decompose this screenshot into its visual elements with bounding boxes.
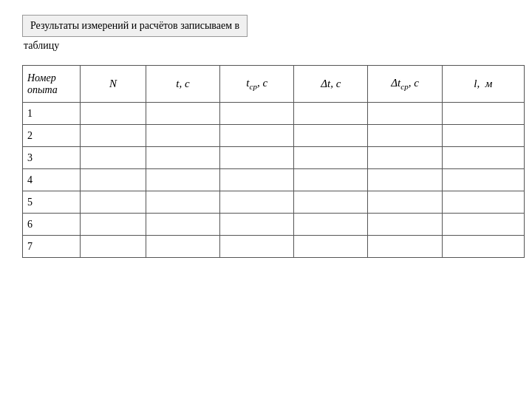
row-dtcp-4 xyxy=(368,169,442,191)
row-N-5 xyxy=(80,191,146,214)
row-t-2 xyxy=(146,125,219,147)
row-dt-3 xyxy=(294,147,368,169)
row-num-3: 3 xyxy=(23,147,81,169)
row-dtcp-1 xyxy=(368,103,442,125)
table-row: 7 xyxy=(23,236,525,258)
table-row: 4 xyxy=(23,169,525,191)
row-l-4 xyxy=(442,169,524,191)
row-l-1 xyxy=(442,103,524,125)
title-line1: Результаты измерений и расчётов записыва… xyxy=(22,15,248,37)
title-line2: таблицу xyxy=(22,40,510,52)
row-dtcp-2 xyxy=(368,125,442,147)
row-tcp-5 xyxy=(220,191,294,214)
row-dt-1 xyxy=(294,103,368,125)
table-header-row: Номер опыта N t, c tcp, c Δt, c Δtcp, c xyxy=(23,66,525,103)
row-dtcp-5 xyxy=(368,191,442,214)
row-l-5 xyxy=(442,191,524,214)
row-t-6 xyxy=(146,214,219,236)
header-col-t: t, c xyxy=(146,66,219,103)
header-col-tcp: tcp, c xyxy=(220,66,294,103)
row-N-4 xyxy=(80,169,146,191)
row-num-2: 2 xyxy=(23,125,81,147)
row-num-4: 4 xyxy=(23,169,81,191)
row-dt-5 xyxy=(294,191,368,214)
row-l-2 xyxy=(442,125,524,147)
row-l-6 xyxy=(442,214,524,236)
row-N-3 xyxy=(80,147,146,169)
row-tcp-3 xyxy=(220,147,294,169)
table-row: 5 xyxy=(23,191,525,214)
row-l-7 xyxy=(442,236,524,258)
row-tcp-2 xyxy=(220,125,294,147)
header-col-dt: Δt, c xyxy=(294,66,368,103)
row-t-3 xyxy=(146,147,219,169)
header-col-N: N xyxy=(80,66,146,103)
header-col-num: Номер опыта xyxy=(23,66,81,103)
row-dtcp-7 xyxy=(368,236,442,258)
row-num-5: 5 xyxy=(23,191,81,214)
row-dt-2 xyxy=(294,125,368,147)
row-N-7 xyxy=(80,236,146,258)
header-col-l: l, м xyxy=(442,66,524,103)
row-num-1: 1 xyxy=(23,103,81,125)
table-row: 3 xyxy=(23,147,525,169)
row-l-3 xyxy=(442,147,524,169)
results-table: Номер опыта N t, c tcp, c Δt, c Δtcp, c xyxy=(22,65,525,258)
row-dt-6 xyxy=(294,214,368,236)
page: Результаты измерений и расчётов записыва… xyxy=(0,0,532,399)
table-row: 1 xyxy=(23,103,525,125)
row-dt-4 xyxy=(294,169,368,191)
row-N-6 xyxy=(80,214,146,236)
row-tcp-4 xyxy=(220,169,294,191)
row-num-6: 6 xyxy=(23,214,81,236)
row-dtcp-3 xyxy=(368,147,442,169)
table-row: 2 xyxy=(23,125,525,147)
row-num-7: 7 xyxy=(23,236,81,258)
row-tcp-7 xyxy=(220,236,294,258)
row-t-7 xyxy=(146,236,219,258)
row-t-4 xyxy=(146,169,219,191)
row-dt-7 xyxy=(294,236,368,258)
row-N-2 xyxy=(80,125,146,147)
row-t-1 xyxy=(146,103,219,125)
header-col-dtcp: Δtcp, c xyxy=(368,66,442,103)
title-block: Результаты измерений и расчётов записыва… xyxy=(22,15,510,52)
table-row: 6 xyxy=(23,214,525,236)
row-t-5 xyxy=(146,191,219,214)
row-dtcp-6 xyxy=(368,214,442,236)
row-tcp-6 xyxy=(220,214,294,236)
row-N-1 xyxy=(80,103,146,125)
row-tcp-1 xyxy=(220,103,294,125)
